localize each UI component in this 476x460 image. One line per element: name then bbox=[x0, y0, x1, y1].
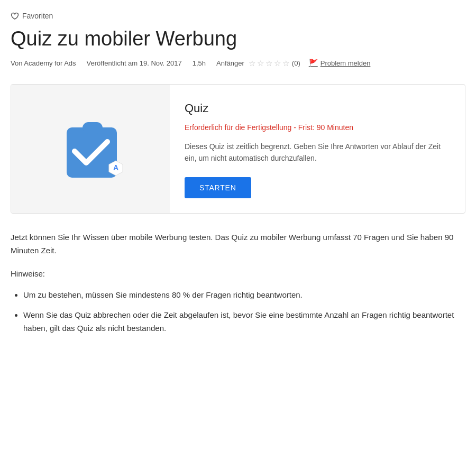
quiz-description: Dieses Quiz ist zeitlich begrenzt. Geben… bbox=[185, 141, 450, 164]
star-5: ☆ bbox=[282, 58, 289, 70]
quiz-card: A Quiz Erforderlich für die Fertigstellu… bbox=[11, 84, 465, 214]
meta-author: Von Academy for Ads bbox=[11, 58, 76, 69]
favorites-link[interactable]: Favoriten bbox=[11, 11, 465, 22]
rating-count: (0) bbox=[292, 58, 300, 69]
heart-icon bbox=[11, 12, 19, 21]
bullet-list: Um zu bestehen, müssen Sie mindestens 80… bbox=[11, 288, 465, 335]
star-4: ☆ bbox=[274, 58, 281, 70]
bullet-text-2: Wenn Sie das Quiz abbrechen oder die Zei… bbox=[23, 310, 454, 333]
meta-duration: 1,5h bbox=[193, 58, 206, 69]
favorites-label: Favoriten bbox=[22, 11, 53, 22]
page-title: Quiz zu mobiler Werbung bbox=[11, 27, 465, 51]
notes-heading: Hinweise: bbox=[11, 268, 465, 280]
star-2: ☆ bbox=[257, 58, 264, 70]
report-link[interactable]: 🚩 Problem melden bbox=[309, 58, 371, 69]
list-item: Wenn Sie das Quiz abbrechen oder die Zei… bbox=[23, 308, 465, 335]
svg-text:A: A bbox=[113, 163, 118, 172]
svg-rect-1 bbox=[83, 122, 103, 134]
clipboard-svg: A bbox=[59, 117, 127, 186]
intro-text: Jetzt können Sie Ihr Wissen über mobile … bbox=[11, 231, 465, 257]
star-3: ☆ bbox=[266, 58, 272, 70]
meta-level: Anfänger bbox=[216, 58, 244, 69]
meta-published: Veröffentlicht am 19. Nov. 2017 bbox=[87, 58, 182, 69]
stars-container: ☆ ☆ ☆ ☆ ☆ (0) bbox=[249, 58, 300, 70]
requirement-label: Erforderlich für die Fertigstellung - Fr… bbox=[185, 123, 315, 132]
list-item: Um zu bestehen, müssen Sie mindestens 80… bbox=[23, 288, 465, 302]
quiz-card-title: Quiz bbox=[185, 99, 450, 117]
meta-row: Von Academy for Ads Veröffentlicht am 19… bbox=[11, 58, 465, 70]
quiz-requirement: Erforderlich für die Fertigstellung - Fr… bbox=[185, 122, 450, 133]
quiz-card-content: Quiz Erforderlich für die Fertigstellung… bbox=[170, 85, 465, 213]
quiz-card-image: A bbox=[11, 85, 170, 213]
report-label: Problem melden bbox=[321, 58, 371, 69]
star-1: ☆ bbox=[249, 58, 255, 70]
start-button[interactable]: STARTEN bbox=[185, 177, 251, 198]
bullet-text-1: Um zu bestehen, müssen Sie mindestens 80… bbox=[23, 290, 303, 299]
flag-icon: 🚩 bbox=[309, 58, 318, 69]
requirement-time: 90 Minuten bbox=[317, 123, 353, 132]
clipboard-illustration: A bbox=[59, 117, 122, 180]
